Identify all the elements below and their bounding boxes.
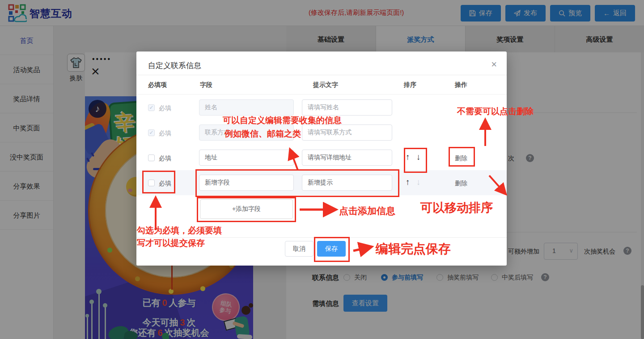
row2-required-checkbox: ✓	[148, 129, 155, 136]
row4-field-input[interactable]	[199, 175, 294, 191]
row3-delete-button[interactable]: 删除	[455, 154, 467, 163]
row1-hint-input[interactable]	[302, 99, 392, 116]
row2-hint-input[interactable]	[302, 124, 392, 141]
row2-field-input[interactable]	[199, 124, 294, 141]
row3-move-up-icon[interactable]: ↑	[406, 152, 410, 162]
column-hint: 提示文字	[313, 81, 338, 89]
row4-hint-input[interactable]	[302, 175, 392, 191]
row4-move-up-icon[interactable]: ↑	[406, 177, 410, 187]
app-window: 智慧互动 (修改保存后,请刷新展示端页面!) 保存 发布 预览 ← 返回 首页 …	[0, 0, 644, 339]
row3-required-label: 必填	[159, 154, 171, 163]
column-action: 操作	[455, 81, 467, 89]
row4-move-down-icon: ↓	[416, 177, 421, 187]
modal-save-button[interactable]: 保存	[317, 241, 346, 257]
row3-move-down-icon[interactable]: ↓	[416, 152, 421, 162]
add-field-button[interactable]: +添加字段	[200, 199, 293, 219]
row1-field-input[interactable]	[199, 99, 294, 116]
row1-required-label: 必填	[159, 104, 171, 112]
row4-delete-button[interactable]: 删除	[455, 180, 467, 188]
row2-required-label: 必填	[159, 129, 171, 137]
custom-contact-modal: 自定义联系信息 × 必填项 字段 提示文字 排序 操作 ✓ 必填 ✓ 必填 必填…	[136, 51, 507, 266]
row3-field-input[interactable]	[199, 150, 294, 166]
row1-required-checkbox: ✓	[148, 104, 155, 111]
modal-close-icon[interactable]: ×	[491, 60, 497, 69]
modal-title: 自定义联系信息	[148, 60, 201, 71]
row4-required-label: 必填	[159, 180, 171, 188]
row4-required-checkbox[interactable]	[148, 180, 155, 186]
row3-hint-input[interactable]	[302, 150, 392, 166]
modal-cancel-button[interactable]: 取消	[285, 241, 314, 257]
column-sort: 排序	[404, 81, 416, 89]
column-field: 字段	[200, 81, 212, 89]
row3-required-checkbox[interactable]	[148, 154, 155, 161]
column-required: 必填项	[148, 81, 167, 89]
